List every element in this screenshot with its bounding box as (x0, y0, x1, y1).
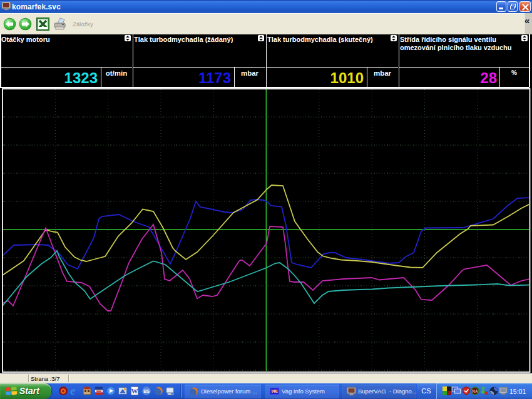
svg-text:W: W (131, 387, 138, 395)
svg-text:NA: NA (472, 389, 478, 393)
svg-text:VIS: VIS (272, 390, 277, 393)
svg-text:BS: BS (143, 389, 150, 393)
